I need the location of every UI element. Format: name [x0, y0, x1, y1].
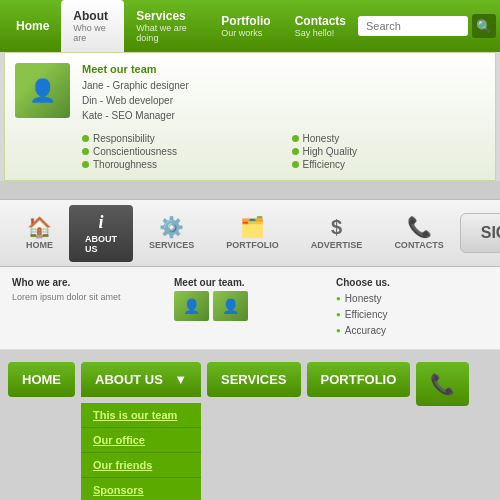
bottom-aboutus-label: ABOUT US — [95, 372, 163, 387]
quality-thoroughness: Thoroughness — [82, 159, 276, 170]
dropdown-item-team[interactable]: This is our team — [81, 403, 201, 428]
nav-about-sub: Who we are — [73, 23, 112, 43]
preview-whoweare-text: Lorem ipsum dolor sit amet — [12, 291, 164, 304]
search-input[interactable] — [358, 16, 468, 36]
nav-contacts-sub: Say hello! — [295, 28, 346, 38]
mid-nav-services-label: SERVICES — [149, 240, 194, 250]
mid-nav-portfolio[interactable]: 🗂️ PORTFOLIO — [210, 209, 295, 258]
choose-item-honesty: Honesty — [336, 291, 488, 307]
mid-navigation: 🏠 HOME i ABOUT US ⚙️ SERVICES 🗂️ PORTFOL… — [0, 199, 500, 267]
dollar-icon: $ — [331, 217, 342, 237]
nav-about[interactable]: About Who we are — [61, 0, 124, 52]
team-member-2: Din - Web developer — [82, 93, 485, 108]
mid-nav-aboutus[interactable]: i ABOUT US — [69, 205, 133, 262]
preview-chooseus: Choose us. Honesty Efficiency Accuracy — [336, 277, 488, 339]
about-dropdown-panel: 👤 Meet our team Jane - Graphic designer … — [4, 52, 496, 181]
gear-icon: ⚙️ — [159, 217, 184, 237]
bottom-navigation: HOME ABOUT US ▼ This is our team Our off… — [0, 350, 500, 500]
bottom-phone-button[interactable]: 📞 — [416, 362, 469, 406]
bottom-services-button[interactable]: SERVICES — [207, 362, 301, 397]
preview-chooseus-title: Choose us. — [336, 277, 488, 288]
home-icon: 🏠 — [27, 217, 52, 237]
qualities-grid: Responsibility Honesty Conscientiousness… — [82, 133, 485, 170]
search-area: 🔍 — [358, 0, 496, 52]
choose-list: Honesty Efficiency Accuracy — [336, 291, 488, 339]
dropdown-item-friends[interactable]: Our friends — [81, 453, 201, 478]
phone-icon: 📞 — [407, 217, 432, 237]
bottom-portfolio-button[interactable]: PORTFOLIO — [307, 362, 411, 397]
nav-about-label: About — [73, 9, 112, 23]
team-member-3: Kate - SEO Manager — [82, 108, 485, 123]
preview-meetteam-title: Meet our team. — [174, 277, 326, 288]
choose-item-accuracy: Accuracy — [336, 323, 488, 339]
mid-nav-home-label: HOME — [26, 240, 53, 250]
nav-portfolio[interactable]: Portfolio Our works — [209, 0, 282, 52]
bottom-home-button[interactable]: HOME — [8, 362, 75, 397]
mid-nav-advertise-label: ADVERTISE — [311, 240, 363, 250]
content-preview: Who we are. Lorem ipsum dolor sit amet M… — [0, 267, 500, 350]
team-img-1: 👤 — [174, 291, 209, 321]
bottom-aboutus-button[interactable]: ABOUT US ▼ — [81, 362, 201, 397]
team-info: Meet our team Jane - Graphic designer Di… — [82, 63, 485, 170]
quality-efficiency: Efficiency — [292, 159, 486, 170]
team-img-2: 👤 — [213, 291, 248, 321]
nav-home-label: Home — [16, 19, 49, 33]
quality-honesty: Honesty — [292, 133, 486, 144]
mid-nav-aboutus-label: ABOUT US — [85, 234, 117, 254]
section-divider — [0, 181, 500, 199]
nav-services-sub: What we are doing — [136, 23, 197, 43]
nav-portfolio-label: Portfolio — [221, 14, 270, 28]
mid-nav-services[interactable]: ⚙️ SERVICES — [133, 209, 210, 258]
nav-portfolio-sub: Our works — [221, 28, 270, 38]
sign-up-button[interactable]: SIGN UP NOW — [460, 213, 500, 253]
chevron-down-icon: ▼ — [174, 372, 187, 387]
mid-nav-advertise[interactable]: $ ADVERTISE — [295, 209, 379, 258]
team-title: Meet our team — [82, 63, 485, 75]
preview-whoweare-title: Who we are. — [12, 277, 164, 288]
info-icon: i — [98, 213, 103, 231]
quality-responsibility: Responsibility — [82, 133, 276, 144]
nav-services-label: Services — [136, 9, 197, 23]
nav-contacts-label: Contacts — [295, 14, 346, 28]
nav-services[interactable]: Services What we are doing — [124, 0, 209, 52]
team-image: 👤 — [15, 63, 70, 118]
nav-contacts[interactable]: Contacts Say hello! — [283, 0, 358, 52]
mid-nav-contacts[interactable]: 📞 CONTACTS — [378, 209, 459, 258]
team-member-1: Jane - Graphic designer — [82, 78, 485, 93]
top-navigation: Home About Who we are Services What we a… — [0, 0, 500, 52]
portfolio-icon: 🗂️ — [240, 217, 265, 237]
mid-nav-portfolio-label: PORTFOLIO — [226, 240, 279, 250]
mid-nav-contacts-label: CONTACTS — [394, 240, 443, 250]
search-button[interactable]: 🔍 — [472, 14, 496, 38]
aboutus-dropdown-menu: This is our team Our office Our friends … — [81, 403, 201, 500]
quality-highquality: High Quality — [292, 146, 486, 157]
bottom-aboutus-dropdown[interactable]: ABOUT US ▼ This is our team Our office O… — [81, 362, 201, 500]
preview-whoweare: Who we are. Lorem ipsum dolor sit amet — [12, 277, 164, 339]
preview-meetteam: Meet our team. 👤 👤 — [174, 277, 326, 339]
quality-conscientiousness: Conscientiousness — [82, 146, 276, 157]
choose-item-efficiency: Efficiency — [336, 307, 488, 323]
preview-team-images: 👤 👤 — [174, 291, 326, 321]
mid-nav-home[interactable]: 🏠 HOME — [10, 209, 69, 258]
dropdown-item-sponsors[interactable]: Sponsors — [81, 478, 201, 500]
dropdown-item-office[interactable]: Our office — [81, 428, 201, 453]
nav-home[interactable]: Home — [4, 0, 61, 52]
